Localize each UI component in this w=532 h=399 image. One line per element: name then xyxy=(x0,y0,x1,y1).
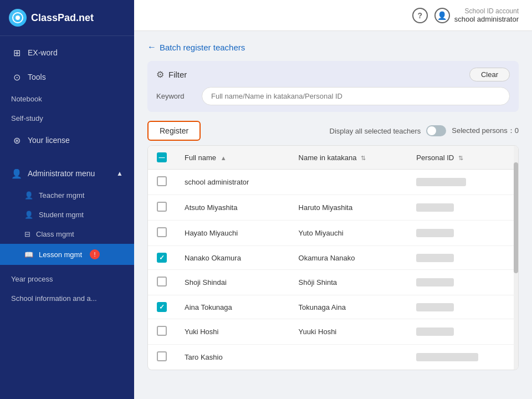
row-katakana: Haruto Miyashita xyxy=(290,195,408,221)
app-header: ? 👤 School ID account school administrat… xyxy=(134,0,532,31)
sidebar-license-label: Your license xyxy=(28,136,70,145)
row-personal-id: ██████ xyxy=(407,195,518,221)
license-icon: ⊛ xyxy=(11,135,22,146)
row-katakana xyxy=(290,170,408,195)
sidebar-item-year-process[interactable]: Year process xyxy=(0,269,134,289)
sidebar-item-license[interactable]: ⊛ Your license xyxy=(0,128,134,152)
row-checkbox-cell xyxy=(148,246,176,270)
row-checkbox-cell xyxy=(148,170,176,195)
table-body: school administrator████████Atsuto Miyas… xyxy=(148,170,518,370)
sidebar-item-notebook[interactable]: Notebook xyxy=(0,89,134,109)
filter-label: Filter xyxy=(168,70,187,79)
row-personal-id: ██████ xyxy=(407,246,518,270)
row-personal-id: ██████ xyxy=(407,221,518,246)
filter-box: ⚙ Filter Clear Keyword xyxy=(147,61,519,112)
row-fullname: school administrator xyxy=(176,170,290,195)
display-selected-toggle[interactable] xyxy=(426,125,446,136)
back-arrow-icon: ← xyxy=(147,42,156,52)
logo: ClassPad.net xyxy=(0,0,134,36)
row-personal-id: ██████████ xyxy=(407,345,518,370)
row-fullname: Yuki Hoshi xyxy=(176,319,290,345)
school-id-label: School ID account xyxy=(454,7,519,15)
row-checkbox-cell xyxy=(148,270,176,295)
admin-menu-header[interactable]: 👤 Administrator menu ▲ xyxy=(0,161,134,186)
student-mgmt-label: Student mgmt xyxy=(39,211,84,219)
table-row: Nanako OkamuraOkamura Nanako██████ xyxy=(148,246,518,270)
row-checkbox[interactable] xyxy=(157,227,167,237)
sort-fullname-icon[interactable]: ▲ xyxy=(221,155,227,161)
table-row: Shoji ShindaiShōji Shinta██████ xyxy=(148,270,518,295)
teacher-mgmt-label: Teacher mgmt xyxy=(39,191,84,200)
filter-icon: ⚙ xyxy=(156,69,164,80)
sidebar: ClassPad.net ⊞ EX-word ⊙ Tools Notebook … xyxy=(0,0,134,399)
row-fullname: Taro Kashio xyxy=(176,345,290,370)
filter-header: ⚙ Filter Clear xyxy=(156,68,510,81)
sidebar-item-tools[interactable]: ⊙ Tools xyxy=(0,65,134,89)
student-icon: 👤 xyxy=(24,211,33,219)
row-personal-id: ██████ xyxy=(407,270,518,295)
row-katakana: Tokunaga Aina xyxy=(290,295,408,319)
sidebar-exword-label: EX-word xyxy=(28,48,58,57)
row-checkbox[interactable] xyxy=(157,302,167,312)
row-checkbox[interactable] xyxy=(157,202,167,212)
col-katakana-label: Name in katakana xyxy=(299,154,357,162)
main-area: ? 👤 School ID account school administrat… xyxy=(134,0,532,399)
person-icon: 👤 xyxy=(24,191,33,200)
page-content: ← Batch register teachers ⚙ Filter Clear… xyxy=(134,31,532,399)
col-personal-id: Personal ID ⇅ xyxy=(407,146,518,170)
sidebar-item-exword[interactable]: ⊞ EX-word xyxy=(0,40,134,65)
logo-text: ClassPad.net xyxy=(31,12,94,24)
chevron-up-icon: ▲ xyxy=(116,170,123,177)
row-checkbox[interactable] xyxy=(157,253,167,263)
select-all-checkbox[interactable] xyxy=(157,152,167,162)
sidebar-item-school-info[interactable]: School information and a... xyxy=(0,289,134,308)
row-checkbox-cell xyxy=(148,345,176,370)
display-selected-label: Display all selected teachers xyxy=(330,127,421,135)
keyword-input[interactable] xyxy=(202,87,510,105)
table-row: Aina TokunagaTokunaga Aina██████ xyxy=(148,295,518,319)
sidebar-item-lesson-mgmt[interactable]: 📖 Lesson mgmt ! xyxy=(0,244,134,265)
row-checkbox-cell xyxy=(148,221,176,246)
table-toolbar: Register Display all selected teachers S… xyxy=(147,121,519,141)
col-katakana: Name in katakana ⇅ xyxy=(290,146,408,170)
sort-katakana-icon[interactable]: ⇅ xyxy=(361,155,366,161)
exword-icon: ⊞ xyxy=(11,47,22,58)
row-checkbox-cell xyxy=(148,195,176,221)
lesson-mgmt-label: Lesson mgmt xyxy=(39,250,82,259)
register-button[interactable]: Register xyxy=(147,121,201,141)
scrollbar-thumb[interactable] xyxy=(514,162,518,273)
class-icon: ⊟ xyxy=(24,230,30,238)
sidebar-item-student-mgmt[interactable]: 👤 Student mgmt xyxy=(0,205,134,224)
row-checkbox[interactable] xyxy=(157,176,167,186)
sidebar-item-teacher-mgmt[interactable]: 👤 Teacher mgmt xyxy=(0,186,134,205)
school-info-label: School information and a... xyxy=(11,294,97,303)
sidebar-admin-section: 👤 Administrator menu ▲ 👤 Teacher mgmt 👤 … xyxy=(0,157,134,269)
row-checkbox[interactable] xyxy=(157,277,167,287)
svg-point-1 xyxy=(16,16,20,20)
sidebar-item-selfstudy[interactable]: Self-study xyxy=(0,109,134,128)
table-row: Atsuto MiyashitaHaruto Miyashita██████ xyxy=(148,195,518,221)
breadcrumb[interactable]: ← Batch register teachers xyxy=(147,42,519,52)
col-personalid-label: Personal ID xyxy=(416,154,454,162)
admin-menu-left: 👤 Administrator menu xyxy=(11,168,95,179)
row-checkbox[interactable] xyxy=(157,326,167,336)
row-checkbox[interactable] xyxy=(157,351,167,361)
user-details: School ID account school administrator xyxy=(454,7,519,23)
table-row: school administrator████████ xyxy=(148,170,518,195)
header-checkbox-col xyxy=(148,146,176,170)
row-katakana: Yuto Miyauchi xyxy=(290,221,408,246)
scrollbar-track xyxy=(514,146,518,370)
clear-button[interactable]: Clear xyxy=(469,68,510,81)
teachers-table: Full name ▲ Name in katakana ⇅ Personal … xyxy=(147,145,519,370)
sidebar-section-top: ⊞ EX-word ⊙ Tools Notebook Self-study ⊛ … xyxy=(0,36,134,157)
selected-persons-count: Selected persons：0 xyxy=(452,126,519,136)
keyword-label: Keyword xyxy=(156,92,195,100)
sidebar-selfstudy-label: Self-study xyxy=(11,114,43,122)
filter-title: ⚙ Filter xyxy=(156,69,187,80)
help-button[interactable]: ? xyxy=(412,8,428,23)
col-fullname-label: Full name xyxy=(185,154,216,162)
sidebar-item-class-mgmt[interactable]: ⊟ Class mgmt xyxy=(0,224,134,244)
admin-icon: 👤 xyxy=(11,168,22,179)
sort-personalid-icon[interactable]: ⇅ xyxy=(458,155,463,161)
table-controls: Display all selected teachers Selected p… xyxy=(330,125,519,136)
